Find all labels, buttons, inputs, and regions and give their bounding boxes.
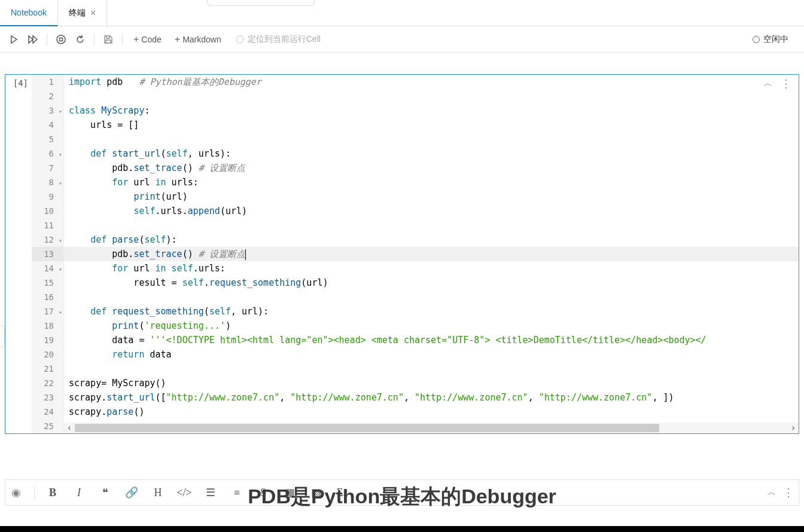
code-editor: 123▾456▾78▾9101112▾1314▾151617▾181920212… [32, 75, 799, 433]
cell-menu-icon[interactable]: ⋮ [781, 77, 790, 90]
run-icon[interactable] [6, 32, 22, 47]
status-dot-icon [753, 36, 760, 43]
code-line[interactable]: def parse(self): [64, 233, 799, 247]
code-line[interactable]: def request_something(self, url): [64, 304, 799, 319]
stop-icon[interactable] [53, 32, 69, 47]
link-button[interactable]: 🔗 [120, 484, 144, 502]
code-line[interactable]: print(url) [64, 189, 799, 204]
code-cell[interactable]: [4] 123▾456▾78▾9101112▾1314▾151617▾18192… [5, 74, 799, 434]
svg-point-0 [57, 35, 65, 44]
quote-button[interactable]: ❝ [93, 484, 117, 502]
code-line[interactable]: pdb.set_trace() # 设置断点 [64, 161, 799, 175]
code-line[interactable]: scrapy.parse() [64, 405, 799, 419]
code-line[interactable] [64, 290, 799, 304]
markdown-toolbar: ◉ B I ❝ 🔗 H </> ☰ ≡ S ▦ ▧ Σx ︿ ⋮ [5, 479, 799, 506]
scroll-left-icon[interactable]: ‹ [64, 423, 75, 433]
locate-cell-button[interactable]: 定位到当前运行Cell [230, 34, 327, 45]
code-line[interactable]: data = '''<!DOCTYPE html><html lang="en"… [64, 333, 799, 347]
code-line[interactable] [64, 362, 799, 376]
md-menu-icon[interactable]: ⋮ [783, 486, 793, 499]
code-line[interactable]: import pdb # Python最基本的Debugger [64, 75, 799, 89]
scroll-track[interactable] [75, 423, 788, 433]
formula-button[interactable]: Σx [330, 484, 354, 502]
code-line[interactable]: def start_url(self, urls): [64, 146, 799, 161]
code-line[interactable]: return data [64, 347, 799, 362]
code-line[interactable]: print('requesting...') [64, 319, 799, 333]
spinner-icon [236, 35, 244, 44]
code-line[interactable]: pdb.set_trace() # 设置断点 [64, 247, 799, 261]
collapse-icon[interactable]: ︿ [764, 78, 772, 89]
execution-count: [4] [5, 75, 32, 433]
close-icon[interactable]: × [90, 8, 96, 19]
code-line[interactable] [64, 218, 799, 233]
run-all-icon[interactable] [25, 32, 41, 47]
table-button[interactable]: ▦ [278, 484, 302, 502]
code-line[interactable]: urls = [] [64, 118, 799, 132]
code-line[interactable] [64, 132, 799, 146]
side-handle[interactable] [0, 325, 5, 348]
horizontal-scrollbar: ‹› [64, 423, 799, 433]
kernel-status[interactable]: 空闲中 [753, 34, 798, 45]
add-markdown-button[interactable]: +Markdown [170, 32, 226, 47]
code-line[interactable]: scrapy= MyScrapy() [64, 376, 799, 390]
heading-button[interactable]: H [146, 484, 170, 502]
code-line[interactable]: for url in self.urls: [64, 261, 799, 276]
svg-rect-1 [60, 38, 63, 41]
code-line[interactable]: self.urls.append(url) [64, 204, 799, 218]
save-icon[interactable] [100, 32, 116, 47]
image-button[interactable]: ▧ [304, 484, 328, 502]
code-line[interactable]: for url in urls: [64, 175, 799, 189]
bold-button[interactable]: B [41, 484, 65, 502]
ordered-list-button[interactable]: ≡ [225, 484, 249, 502]
tab-notebook[interactable]: Notebook [0, 0, 58, 26]
preview-icon[interactable]: ◉ [11, 486, 28, 499]
strike-button[interactable]: S [251, 484, 275, 502]
italic-button[interactable]: I [67, 484, 91, 502]
list-button[interactable]: ☰ [199, 484, 223, 502]
code-line[interactable]: result = self.request_something(url) [64, 276, 799, 290]
dropdown-remnant [207, 0, 315, 6]
line-gutter: 123▾456▾78▾9101112▾1314▾151617▾181920212… [32, 75, 64, 433]
code-line[interactable]: scrapy.start_url(["http://www.zone7.cn",… [64, 390, 799, 405]
codeblock-button[interactable]: </> [172, 484, 196, 502]
bottom-bar [0, 526, 804, 532]
code-line[interactable] [64, 89, 799, 103]
main-toolbar: +Code +Markdown 定位到当前运行Cell 空闲中 [0, 26, 804, 53]
code-area[interactable]: ︿ ⋮ import pdb # Python最基本的Debuggerclass… [64, 75, 799, 433]
scroll-thumb[interactable] [75, 424, 659, 432]
add-code-button[interactable]: +Code [129, 32, 166, 47]
md-collapse-icon[interactable]: ︿ [768, 487, 776, 498]
restart-icon[interactable] [72, 32, 88, 47]
scroll-right-icon[interactable]: › [788, 423, 799, 433]
code-line[interactable]: class MyScrapy: [64, 103, 799, 118]
tabs-row: Notebook 终端 × [0, 0, 804, 26]
notebook-area: [4] 123▾456▾78▾9101112▾1314▾151617▾18192… [0, 53, 804, 496]
tab-terminal[interactable]: 终端 × [58, 0, 107, 26]
